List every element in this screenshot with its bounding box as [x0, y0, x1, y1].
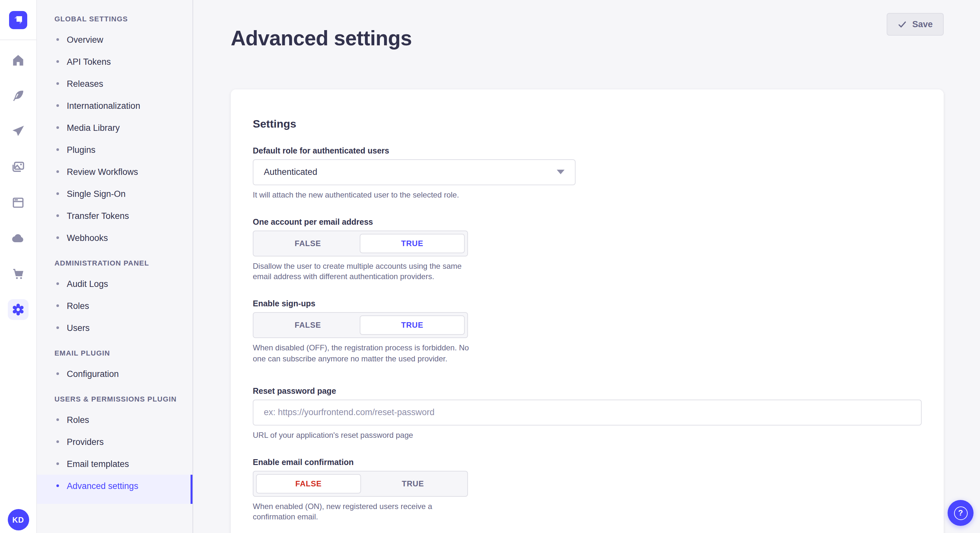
sidebar-item-transfer-tokens[interactable]: Transfer Tokens	[37, 205, 192, 227]
sidebar-item-label: Configuration	[67, 369, 119, 379]
sidebar-item-label: Review Workflows	[67, 167, 138, 176]
bullet-icon	[56, 148, 59, 151]
sidebar-item-label: Email templates	[67, 459, 129, 468]
sign-ups-toggle: FALSE TRUE	[253, 312, 468, 338]
sidebar-item-email-configuration[interactable]: Configuration	[37, 363, 192, 385]
reset-password-input[interactable]	[253, 400, 922, 425]
toggle-false-button[interactable]: FALSE	[256, 233, 360, 253]
sidebar-item-label: Releases	[67, 79, 103, 89]
default-role-select[interactable]: Authenticated	[253, 159, 576, 185]
sidebar-item-label: Overview	[67, 35, 103, 44]
strapi-logo-glyph	[10, 12, 26, 27]
bullet-icon	[56, 236, 59, 239]
sidebar-item-webhooks[interactable]: Webhooks	[37, 227, 192, 249]
bullet-icon	[56, 418, 59, 421]
media-library-icon[interactable]	[8, 157, 29, 178]
cart-icon[interactable]	[8, 263, 29, 284]
toggle-true-button[interactable]: TRUE	[360, 233, 465, 253]
strapi-logo[interactable]	[9, 11, 27, 29]
bullet-icon	[56, 484, 59, 487]
layout-icon[interactable]	[8, 192, 29, 213]
field-label: Enable sign-ups	[253, 299, 922, 308]
app-root: KD GLOBAL SETTINGS Overview API Tokens R…	[0, 0, 980, 533]
bullet-icon	[56, 60, 59, 63]
field-label: Enable email confirmation	[253, 458, 922, 466]
one-account-toggle: FALSE TRUE	[253, 230, 468, 256]
sidebar-item-plugins[interactable]: Plugins	[37, 139, 192, 160]
field-reset-password-page: Reset password page URL of your applicat…	[253, 387, 922, 441]
card-heading: Settings	[253, 118, 922, 131]
bullet-icon	[56, 82, 59, 85]
field-one-account-per-email: One account per email address FALSE TRUE…	[253, 217, 922, 282]
page-header: Advanced settings Save	[193, 0, 980, 65]
sidebar-item-overview[interactable]: Overview	[37, 29, 192, 51]
bullet-icon	[56, 462, 59, 465]
sidebar-item-label: Transfer Tokens	[67, 211, 129, 220]
bullet-icon	[56, 126, 59, 129]
chevron-down-icon	[557, 170, 565, 174]
bullet-icon	[56, 104, 59, 107]
save-button[interactable]: Save	[887, 13, 944, 36]
sidebar-item-admin-roles[interactable]: Roles	[37, 295, 192, 317]
field-description: When disabled (OFF), the registration pr…	[253, 343, 471, 364]
rail-nav-icons	[8, 40, 29, 320]
sidebar-item-label: Providers	[67, 437, 104, 447]
select-value: Authenticated	[264, 167, 317, 177]
sidebar-item-providers[interactable]: Providers	[37, 431, 192, 453]
main-content: Advanced settings Save Settings Default …	[193, 0, 980, 533]
bullet-icon	[56, 170, 59, 173]
toggle-true-button[interactable]: TRUE	[361, 474, 465, 493]
sidebar-item-label: Roles	[67, 301, 89, 311]
settings-sidebar: GLOBAL SETTINGS Overview API Tokens Rele…	[37, 0, 193, 533]
settings-gear-icon[interactable]	[8, 299, 29, 320]
field-label: Reset password page	[253, 387, 922, 396]
field-description: Disallow the user to create multiple acc…	[253, 261, 471, 282]
sidebar-item-single-sign-on[interactable]: Single Sign-On	[37, 182, 192, 205]
sidebar-item-api-tokens[interactable]: API Tokens	[37, 51, 192, 73]
sidebar-item-internationalization[interactable]: Internationalization	[37, 95, 192, 117]
save-button-label: Save	[912, 19, 933, 29]
email-confirmation-toggle: FALSE TRUE	[253, 471, 468, 497]
sidebar-section-users-permissions-plugin: USERS & PERMISSIONS PLUGIN	[37, 385, 192, 409]
home-icon[interactable]	[8, 50, 29, 71]
field-enable-email-confirmation: Enable email confirmation FALSE TRUE Whe…	[253, 458, 922, 523]
sidebar-section-global-settings: GLOBAL SETTINGS	[37, 5, 192, 29]
field-label: Default role for authenticated users	[253, 146, 922, 155]
sidebar-item-label: Media Library	[67, 123, 120, 132]
bullet-icon	[56, 282, 59, 285]
sidebar-item-media-library[interactable]: Media Library	[37, 117, 192, 139]
help-button[interactable]: ?	[948, 500, 974, 526]
field-hint: It will attach the new authenticated use…	[253, 190, 512, 201]
bullet-icon	[56, 192, 59, 195]
sidebar-item-up-roles[interactable]: Roles	[37, 409, 192, 431]
sidebar-item-advanced-settings[interactable]: Advanced settings	[37, 475, 192, 503]
cloud-icon[interactable]	[8, 228, 29, 249]
toggle-false-button[interactable]: FALSE	[256, 474, 361, 493]
sidebar-item-email-templates[interactable]: Email templates	[37, 453, 192, 475]
user-avatar[interactable]: KD	[8, 509, 29, 530]
toggle-false-button[interactable]: FALSE	[256, 316, 360, 335]
field-label: One account per email address	[253, 217, 922, 226]
icon-rail: KD	[0, 0, 37, 533]
toggle-true-button[interactable]: TRUE	[360, 316, 465, 335]
sidebar-item-label: Users	[67, 323, 90, 333]
bullet-icon	[56, 440, 59, 443]
send-icon[interactable]	[8, 121, 29, 142]
sidebar-item-label: Webhooks	[67, 233, 108, 243]
sidebar-item-admin-users[interactable]: Users	[37, 317, 192, 339]
feather-icon[interactable]	[8, 86, 29, 106]
field-hint: URL of your application's reset password…	[253, 430, 512, 441]
settings-card: Settings Default role for authenticated …	[231, 89, 944, 533]
check-icon	[898, 20, 907, 29]
field-description: When enabled (ON), new registered users …	[253, 501, 471, 523]
sidebar-item-audit-logs[interactable]: Audit Logs	[37, 273, 192, 295]
sidebar-section-email-plugin: EMAIL PLUGIN	[37, 339, 192, 363]
sidebar-item-label: Roles	[67, 415, 89, 425]
sidebar-item-label: Advanced settings	[67, 481, 138, 490]
field-enable-sign-ups: Enable sign-ups FALSE TRUE When disabled…	[253, 299, 922, 364]
page-title: Advanced settings	[231, 27, 412, 51]
sidebar-item-review-workflows[interactable]: Review Workflows	[37, 160, 192, 182]
question-mark-icon: ?	[954, 506, 967, 520]
sidebar-item-releases[interactable]: Releases	[37, 73, 192, 95]
sidebar-item-label: Plugins	[67, 145, 95, 154]
